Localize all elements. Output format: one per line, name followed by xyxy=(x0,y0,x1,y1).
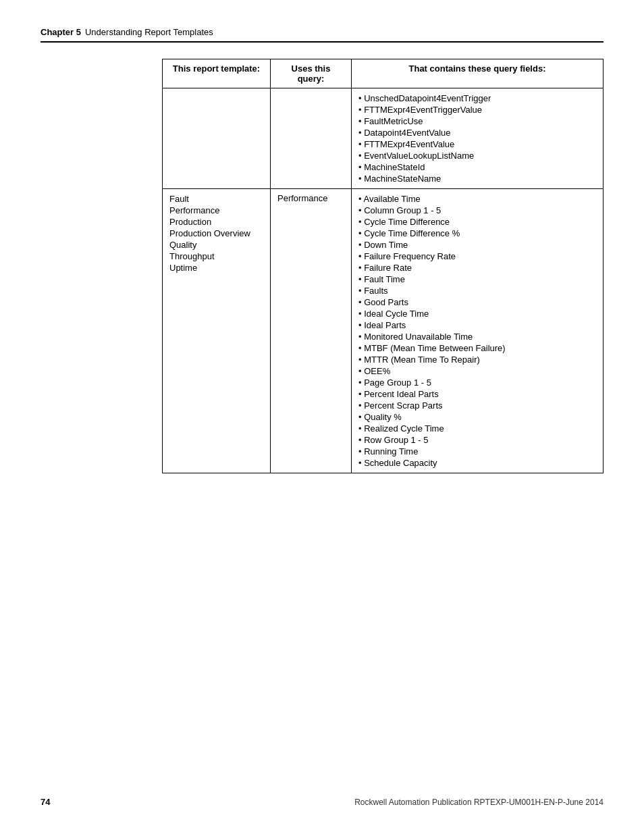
list-item: Fault Time xyxy=(358,273,596,285)
list-item: FaultMetricUse xyxy=(358,115,596,127)
list-item: Down Time xyxy=(358,239,596,251)
main-table: This report template: Uses this query: T… xyxy=(162,59,603,473)
fields-cell-performance: Available TimeColumn Group 1 - 5Cycle Ti… xyxy=(352,189,603,473)
fields-cell-prev: UnschedDatapoint4EventTriggerFTTMExpr4Ev… xyxy=(352,88,603,189)
template-cell-performance: FaultPerformanceProductionProduction Ove… xyxy=(163,189,271,473)
list-item: Available Time xyxy=(358,193,596,205)
list-item: MachineStateName xyxy=(358,173,596,184)
list-item: Column Group 1 - 5 xyxy=(358,205,596,216)
list-item: FTTMExpr4EventTriggerValue xyxy=(358,104,596,115)
list-item: OEE% xyxy=(358,365,596,377)
list-item: Performance xyxy=(169,205,263,216)
performance-fields-list: Available TimeColumn Group 1 - 5Cycle Ti… xyxy=(358,193,596,469)
list-item: Faults xyxy=(358,285,596,296)
chapter-title: Understanding Report Templates xyxy=(85,27,213,37)
list-item: Good Parts xyxy=(358,296,596,308)
list-item: Uptime xyxy=(169,262,263,273)
list-item: Realized Cycle Time xyxy=(358,423,596,434)
template-list: FaultPerformanceProductionProduction Ove… xyxy=(169,193,263,273)
col-header-fields: That contains these query fields: xyxy=(352,59,603,88)
list-item: Ideal Cycle Time xyxy=(358,308,596,319)
prev-fields-list: UnschedDatapoint4EventTriggerFTTMExpr4Ev… xyxy=(358,93,596,184)
template-cell-prev xyxy=(163,88,271,189)
list-item: Running Time xyxy=(358,446,596,457)
list-item: Percent Scrap Parts xyxy=(358,400,596,411)
list-item: Row Group 1 - 5 xyxy=(358,434,596,446)
list-item: MTTR (Mean Time To Repair) xyxy=(358,354,596,365)
table-container: This report template: Uses this query: T… xyxy=(162,59,603,779)
list-item: Production xyxy=(169,216,263,228)
list-item: Percent Ideal Parts xyxy=(358,388,596,400)
table-header-row: This report template: Uses this query: T… xyxy=(163,59,603,88)
list-item: Ideal Parts xyxy=(358,319,596,331)
list-item: Production Overview xyxy=(169,228,263,239)
col-header-query: Uses this query: xyxy=(271,59,352,88)
list-item: MachineStateId xyxy=(358,161,596,173)
list-item: Throughput xyxy=(169,251,263,262)
table-row-performance: FaultPerformanceProductionProduction Ove… xyxy=(163,189,603,473)
list-item: Cycle Time Difference xyxy=(358,216,596,228)
query-label: Performance xyxy=(277,193,327,203)
query-cell-performance: Performance xyxy=(271,189,352,473)
list-item: Datapoint4EventValue xyxy=(358,127,596,138)
list-item: Schedule Capacity xyxy=(358,457,596,469)
list-item: Quality % xyxy=(358,411,596,423)
list-item: Page Group 1 - 5 xyxy=(358,377,596,388)
list-item: Failure Frequency Rate xyxy=(358,251,596,262)
list-item: EventValueLookupListName xyxy=(358,150,596,161)
list-item: Fault xyxy=(169,193,263,205)
footer-page-number: 74 xyxy=(41,797,50,807)
footer: 74 Rockwell Automation Publication RPTEX… xyxy=(41,793,603,807)
footer-publication: Rockwell Automation Publication RPTEXP-U… xyxy=(354,798,603,807)
list-item: FTTMExpr4EventValue xyxy=(358,138,596,150)
chapter-header: Chapter 5 Understanding Report Templates xyxy=(41,27,603,43)
query-cell-prev xyxy=(271,88,352,189)
list-item: UnschedDatapoint4EventTrigger xyxy=(358,93,596,104)
list-item: Failure Rate xyxy=(358,262,596,273)
list-item: Cycle Time Difference % xyxy=(358,228,596,239)
list-item: Quality xyxy=(169,239,263,251)
col-header-template: This report template: xyxy=(163,59,271,88)
chapter-label: Chapter 5 xyxy=(41,27,81,37)
table-row-prev: UnschedDatapoint4EventTriggerFTTMExpr4Ev… xyxy=(163,88,603,189)
page: Chapter 5 Understanding Report Templates… xyxy=(0,0,644,834)
list-item: Monitored Unavailable Time xyxy=(358,331,596,342)
list-item: MTBF (Mean Time Between Failure) xyxy=(358,342,596,354)
